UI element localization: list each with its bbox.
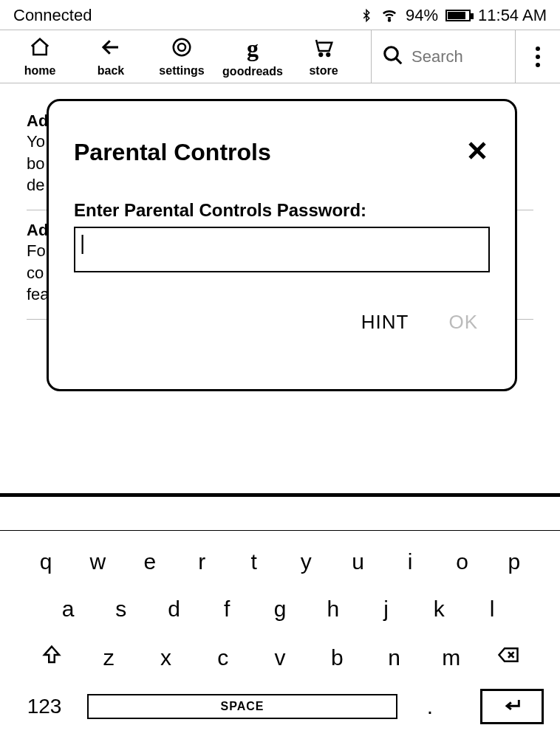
divider	[0, 493, 560, 497]
keyboard-row: 123 SPACE .	[16, 689, 544, 724]
backspace-icon	[496, 646, 521, 670]
key-w[interactable]: w	[78, 549, 117, 574]
keyboard-row: z x c v b n m	[16, 644, 544, 671]
key-z[interactable]: z	[89, 645, 128, 670]
ok-button[interactable]: OK	[448, 311, 478, 334]
back-button[interactable]: back	[75, 30, 146, 83]
menu-button[interactable]	[516, 30, 560, 83]
kebab-icon	[536, 47, 540, 67]
parental-controls-dialog: Parental Controls Enter Parental Control…	[47, 99, 517, 391]
battery-icon	[445, 10, 471, 21]
key-p[interactable]: p	[495, 549, 533, 574]
key-j[interactable]: j	[367, 597, 406, 622]
goodreads-button[interactable]: g goodreads	[217, 30, 288, 83]
key-v[interactable]: v	[261, 645, 299, 670]
key-d[interactable]: d	[155, 597, 194, 622]
key-enter[interactable]	[480, 689, 544, 724]
password-input[interactable]	[74, 227, 490, 272]
password-label: Enter Parental Controls Password:	[74, 200, 490, 221]
gear-icon	[171, 36, 193, 61]
search-input[interactable]	[412, 47, 505, 66]
close-icon	[465, 153, 490, 165]
connection-status: Connected	[13, 6, 92, 25]
goodreads-icon: g	[247, 35, 259, 62]
home-icon	[29, 36, 51, 61]
key-f[interactable]: f	[208, 597, 246, 622]
goodreads-label: goodreads	[222, 65, 283, 78]
key-s[interactable]: s	[102, 597, 140, 622]
back-label: back	[98, 64, 124, 78]
keyboard-row: q w e r t y u i o p	[16, 549, 544, 574]
key-k[interactable]: k	[420, 597, 458, 622]
key-l[interactable]: l	[473, 597, 511, 622]
cart-icon	[313, 36, 335, 61]
close-button[interactable]	[465, 138, 490, 166]
key-a[interactable]: a	[49, 597, 87, 622]
home-label: home	[24, 64, 56, 78]
key-q[interactable]: q	[27, 549, 65, 574]
key-backspace[interactable]	[489, 644, 527, 671]
bluetooth-icon	[360, 7, 373, 24]
svg-point-0	[389, 19, 390, 21]
key-g[interactable]: g	[261, 597, 299, 622]
key-n[interactable]: n	[375, 645, 414, 670]
key-i[interactable]: i	[391, 549, 429, 574]
key-h[interactable]: h	[314, 597, 352, 622]
shift-icon	[39, 646, 64, 670]
key-c[interactable]: c	[204, 645, 242, 670]
key-r[interactable]: r	[182, 549, 221, 574]
settings-button[interactable]: settings	[146, 30, 217, 83]
store-button[interactable]: store	[288, 30, 359, 83]
text-cursor: |	[80, 231, 85, 255]
svg-point-5	[385, 47, 398, 60]
back-arrow-icon	[100, 36, 122, 61]
svg-point-3	[319, 53, 322, 56]
svg-point-1	[174, 38, 191, 55]
battery-percent: 94%	[406, 6, 438, 25]
key-e[interactable]: e	[131, 549, 169, 574]
dialog-title: Parental Controls	[74, 139, 271, 166]
home-button[interactable]: home	[4, 30, 75, 83]
key-o[interactable]: o	[443, 549, 482, 574]
keyboard-row: a s d f g h j k l	[16, 597, 544, 622]
key-period[interactable]: .	[412, 694, 448, 719]
toolbar: home back settings g goodreads store	[0, 30, 560, 83]
svg-point-4	[327, 53, 329, 56]
store-label: store	[309, 64, 338, 78]
on-screen-keyboard: q w e r t y u i o p a s d f g h j k l z …	[0, 540, 560, 746]
status-right: 94% 11:54 AM	[360, 6, 547, 25]
status-bar: Connected 94% 11:54 AM	[0, 0, 560, 30]
key-numeric[interactable]: 123	[16, 695, 72, 718]
wifi-icon	[380, 7, 398, 24]
key-b[interactable]: b	[318, 645, 356, 670]
key-shift[interactable]	[33, 644, 71, 671]
search-area[interactable]	[371, 30, 516, 83]
divider	[0, 530, 560, 531]
key-space[interactable]: SPACE	[87, 694, 397, 719]
key-u[interactable]: u	[339, 549, 378, 574]
key-m[interactable]: m	[432, 645, 471, 670]
key-t[interactable]: t	[235, 549, 273, 574]
enter-icon	[499, 695, 525, 718]
clock: 11:54 AM	[478, 6, 547, 25]
search-icon	[382, 44, 404, 69]
key-x[interactable]: x	[147, 645, 185, 670]
hint-button[interactable]: HINT	[361, 311, 409, 334]
settings-label: settings	[159, 64, 204, 78]
key-y[interactable]: y	[287, 549, 325, 574]
svg-point-2	[178, 44, 185, 51]
